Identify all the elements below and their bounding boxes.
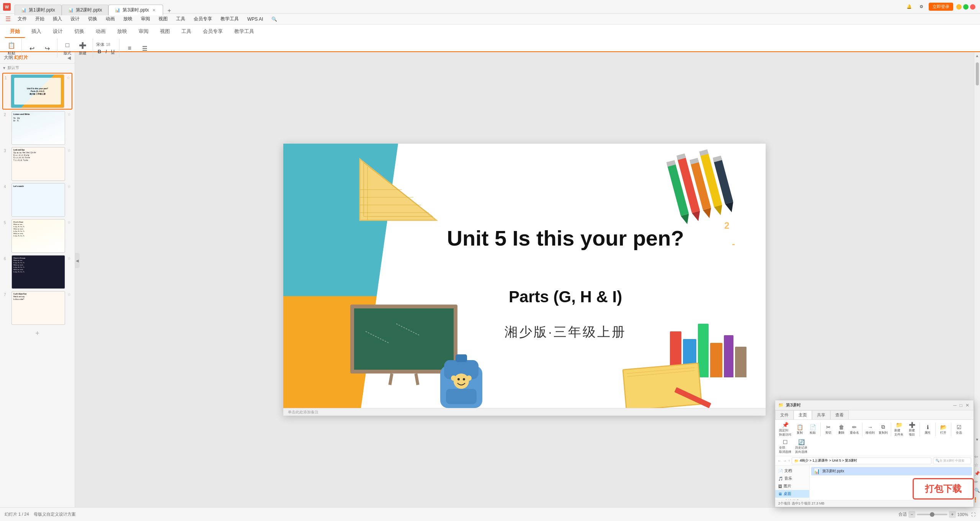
menu-design[interactable]: 设计 [67,14,83,24]
toolbar-tab-review[interactable]: 审阅 [133,26,154,38]
tab-slide1[interactable]: 📊 第1课时.pptx [15,5,62,15]
fe-btn-moveto[interactable]: → 移动到 [864,423,876,436]
fit-screen-icon[interactable]: ⛶ [971,512,975,517]
italic-button[interactable]: I [104,48,108,55]
paste-button[interactable]: 📋 粘贴 [5,39,18,57]
slide-item-4[interactable]: 4 Let's watch ☆ [2,182,72,218]
minimize-icon[interactable]: 🔔 [904,3,914,10]
toolbar-tab-view[interactable]: 视图 [155,26,175,38]
menu-transition[interactable]: 切换 [84,14,101,24]
fe-search-bar[interactable]: 🔍 在 第3课时 中搜索 [933,457,971,464]
slide-item-6[interactable]: 6 Chant in Groups What we see, Is Qq, Rr… [2,254,72,290]
side-tool-3[interactable]: 📌 [974,471,980,476]
slide-description[interactable]: 湘少版·三年级上册 [389,323,742,341]
fe-btn-selectall[interactable]: ☑ 全选 [953,423,965,436]
menu-member[interactable]: 会员专享 [190,14,216,24]
menu-animation[interactable]: 动画 [102,14,119,24]
fe-sidebar-pictures[interactable]: 🖼 图片 [775,482,809,490]
settings-icon[interactable]: ⚙ [917,3,926,10]
toolbar-tab-tools[interactable]: 工具 [176,26,197,38]
fe-tab-view[interactable]: 查看 [830,410,849,419]
align-left-btn[interactable]: ≡ [122,42,136,54]
login-button[interactable]: 立即登录 [929,3,953,11]
fe-sidebar-docs[interactable]: 📄 文档 [775,467,809,475]
fe-btn-pin[interactable]: 📌 固定到快速访问 [777,421,793,437]
fe-btn-newitem[interactable]: ➕ 新建项目 [906,421,918,437]
slide-main-title[interactable]: Unit 5 Is this your pen? [389,225,742,251]
fe-file-item-1[interactable]: 📊 第3课时.pptx [811,467,972,475]
toolbar-tab-member[interactable]: 会员专享 [198,26,228,38]
fe-tab-home[interactable]: 主页 [794,410,812,419]
menu-review[interactable]: 审阅 [137,14,154,24]
slide-subtitle[interactable]: Parts (G, H & I) [389,288,742,306]
fe-btn-copy[interactable]: 📋 复制 [794,423,806,436]
zoom-minus-button[interactable]: − [908,511,915,518]
format-btn[interactable]: □ 版式 [60,39,74,57]
tab3-close-icon[interactable]: ✕ [151,7,157,13]
fe-btn-paste[interactable]: 📄 粘贴 [807,423,819,436]
win-maximize-button[interactable] [963,4,969,10]
toolbar-tab-slideshow[interactable]: 放映 [112,26,132,38]
fe-btn-deselect[interactable]: ☐ 全部取消选择 [777,438,793,455]
fe-maximize-icon[interactable]: □ [959,403,964,408]
fe-sidebar-music[interactable]: 🎵 音乐 [775,475,809,482]
side-tool-alert[interactable]: ! [974,496,980,504]
menu-file[interactable]: 文件 [14,14,31,24]
side-tool-4[interactable]: ✏ [974,479,980,485]
underline-button[interactable]: U [109,48,116,55]
fe-btn-copyto[interactable]: ⧉ 复制到 [877,423,889,436]
menu-teaching[interactable]: 教学工具 [217,14,243,24]
scroll-down-icon[interactable]: ▼ [974,436,980,443]
new-slide-btn[interactable]: ➕ 新建 [76,39,90,57]
zoom-slider[interactable] [917,514,947,515]
fe-btn-props[interactable]: ℹ 属性 [921,423,934,436]
slide-canvas[interactable]: 2 - Unit 5 Is this your pen? Parts (G, H… [283,144,766,416]
slide-item-5[interactable]: 5 H Let's Chant What we see, Is Qq, Rr, … [2,218,72,254]
fe-tab-file[interactable]: 文件 [775,410,794,419]
toolbar-tab-teaching[interactable]: 教学工具 [229,26,260,38]
redo-button[interactable]: ↪ [40,42,54,54]
slide-item-2[interactable]: 2 Listen and Write SsQq RrTt ☆ [2,110,72,146]
fe-sidebar-desktop[interactable]: 🖥 桌面 [775,490,809,498]
menu-slideshow[interactable]: 放映 [119,14,136,24]
menu-wpsai[interactable]: WPS AI [243,15,267,23]
fe-back-icon[interactable]: ← [777,459,781,463]
menu-start[interactable]: 开始 [31,14,48,24]
menu-tools[interactable]: 工具 [172,14,189,24]
tab-slide2[interactable]: 📊 第2课时.pptx [62,5,109,15]
fe-up-icon[interactable]: ↑ [788,459,790,463]
win-close-button[interactable] [970,4,975,10]
menu-insert[interactable]: 插入 [49,14,66,24]
scroll-up-icon[interactable]: ▲ [974,52,980,59]
slide-item-7[interactable]: 7 I Let's Have Fun Match and say. Is thi… [2,290,72,326]
download-button[interactable]: 打包下载 [913,478,974,500]
scroll-thumb[interactable] [976,62,979,85]
toolbar-tab-animation[interactable]: 动画 [90,26,111,38]
side-tool-2[interactable]: ☆ [974,462,980,468]
toolbar-tab-insert[interactable]: 插入 [26,26,47,38]
panel-toggle-button[interactable]: ◀ [75,253,80,268]
zoom-plus-button[interactable]: + [949,511,956,518]
fe-btn-open[interactable]: 📂 打开 [937,423,949,436]
fe-btn-rename[interactable]: ✏ 重命名 [848,423,861,436]
side-tool-1[interactable]: ⇦ [974,454,980,459]
toolbar-tab-start[interactable]: 开始 [5,26,25,38]
menu-view[interactable]: 视图 [155,14,172,24]
hamburger-menu-icon[interactable]: ☰ [3,15,13,23]
undo-button[interactable]: ↩ [25,42,39,54]
fe-forward-icon[interactable]: → [783,459,787,463]
win-minimize-button[interactable] [956,4,962,10]
side-tool-5[interactable]: 🔍 [974,488,980,493]
fe-btn-invert[interactable]: 🔄 历史记录反向选择 [794,438,809,455]
slide-item-3[interactable]: 3 Look and Say Qq, qu, qu, /kw/, /kw/, Q… [2,146,72,182]
fe-close-icon[interactable]: ✕ [964,403,970,408]
slide-item-1[interactable]: 1 Unit 5 Is this your pen?Parts (G, H & … [2,73,72,110]
menu-search[interactable]: 🔍 [268,15,281,23]
fe-path-bar[interactable]: 📁 4响少 > 1上课课件 > Unit 5 > 第3课时 [792,457,931,464]
tab-slide3[interactable]: 📊 第3课时.pptx ✕ [108,5,163,15]
align-center-btn[interactable]: ☰ [138,42,152,54]
add-slide-btn[interactable]: + [2,326,72,341]
fe-minimize-icon[interactable]: ─ [952,403,958,408]
bold-button[interactable]: B [96,48,103,55]
fe-btn-newfolder[interactable]: 📁 新建文件夹 [893,421,905,437]
